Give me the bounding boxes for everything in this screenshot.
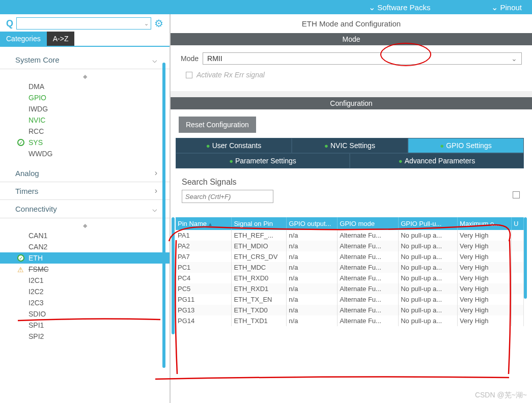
right-panel: ETH Mode and Configuration Mode Mode RMI… [171, 14, 532, 403]
table-row[interactable]: PC5ETH_RXD1n/aAlternate Fu...No pull-up … [176, 283, 524, 294]
cell-pull: No pull-up a... [399, 305, 458, 315]
cell-speed: Very High [458, 273, 512, 283]
scrollbar[interactable] [524, 217, 527, 299]
peripheral-label: IWDG [29, 105, 48, 113]
table-row[interactable]: PG13ETH_TXD0n/aAlternate Fu...No pull-up… [176, 305, 524, 315]
check-icon: ✓ [17, 254, 24, 262]
peripheral-item-i2c1[interactable]: I2C1 [0, 275, 170, 286]
cell-user [511, 262, 523, 273]
peripheral-item-can2[interactable]: CAN2 [0, 241, 170, 252]
peripheral-item-fsmc[interactable]: ⚠FSMC [0, 264, 170, 275]
peripheral-item-i2c2[interactable]: I2C2 [0, 286, 170, 297]
peripheral-search-input[interactable]: ⌄ [16, 17, 151, 30]
search-signals-input[interactable] [182, 190, 273, 203]
cell-pull: No pull-up a... [399, 273, 458, 283]
category-label: Analog [15, 169, 39, 178]
cell-sig: ETH_RXD0 [232, 273, 287, 283]
peripheral-label: NVIC [29, 116, 45, 124]
tab-az[interactable]: A->Z [47, 32, 75, 46]
category-analog[interactable]: Analog › [0, 164, 170, 182]
column-header[interactable]: Pin Name▲ [176, 217, 232, 230]
peripheral-item-spi1[interactable]: SPI1 [0, 320, 170, 331]
watermark: CSDN @芜~湖~ [475, 391, 527, 400]
cell-speed: Very High [458, 315, 512, 326]
panel-title: ETH Mode and Configuration [171, 14, 532, 33]
peripheral-label: CAN2 [29, 243, 47, 251]
software-packs-menu[interactable]: Software Packs [369, 3, 430, 12]
tab-categories[interactable]: Categories [0, 32, 47, 46]
column-header[interactable]: U [511, 217, 523, 230]
cell-user [511, 251, 523, 262]
category-label: Timers [15, 187, 38, 195]
cell-sig: ETH_MDC [232, 262, 287, 273]
peripheral-item-sys[interactable]: ✓SYS [0, 137, 170, 148]
cell-mode: Alternate Fu... [338, 283, 399, 294]
tab-parameter-settings[interactable]: ●Parameter Settings [176, 153, 350, 168]
cell-pull: No pull-up a... [399, 294, 458, 305]
cell-out: n/a [287, 305, 338, 315]
mode-select[interactable]: RMII ⌄ [203, 52, 522, 65]
peripheral-item-can1[interactable]: CAN1 [0, 230, 170, 241]
column-header[interactable]: GPIO output... [287, 217, 338, 230]
search-signals-label: Search Signals [182, 178, 524, 187]
mode-label: Mode [181, 54, 199, 63]
category-label: System Core [15, 55, 60, 64]
column-header[interactable]: GPIO Pull-u... [399, 217, 458, 230]
pinout-menu[interactable]: Pinout [491, 3, 522, 12]
peripheral-item-wwdg[interactable]: WWDG [0, 148, 170, 159]
cell-mode: Alternate Fu... [338, 262, 399, 273]
table-row[interactable]: PG11ETH_TX_ENn/aAlternate Fu...No pull-u… [176, 294, 524, 305]
reset-configuration-button[interactable]: Reset Configuration [179, 117, 256, 133]
cell-mode: Alternate Fu... [338, 294, 399, 305]
column-header[interactable]: Maximum o... [458, 217, 512, 230]
cell-out: n/a [287, 283, 338, 294]
mode-value: RMII [207, 54, 222, 63]
tab-gpio-settings[interactable]: ●GPIO Settings [408, 138, 524, 153]
check-icon: ✓ [17, 139, 24, 146]
peripheral-item-sdio[interactable]: SDIO [0, 308, 170, 320]
check-icon: ● [229, 157, 233, 165]
peripheral-item-nvic[interactable]: NVIC [0, 114, 170, 126]
cell-out: n/a [287, 251, 338, 262]
sort-icon: ◆ [0, 221, 170, 230]
table-row[interactable]: PA7ETH_CRS_DVn/aAlternate Fu...No pull-u… [176, 251, 524, 262]
sort-icon: ◆ [0, 72, 170, 81]
tab-nvic-settings[interactable]: ●NVIC Settings [292, 138, 408, 153]
cell-pull: No pull-up a... [399, 241, 458, 251]
table-row[interactable]: PA2ETH_MDIOn/aAlternate Fu...No pull-up … [176, 241, 524, 251]
tab-user-constants[interactable]: ●User Constants [176, 138, 292, 153]
show-modified-checkbox[interactable] [513, 191, 520, 198]
peripheral-item-i2c3[interactable]: I2C3 [0, 297, 170, 308]
gear-icon[interactable]: ⚙ [154, 17, 163, 30]
scrollbar[interactable] [162, 63, 165, 368]
peripheral-item-eth[interactable]: ✓ETH [0, 252, 170, 264]
column-header[interactable]: Signal on Pin [232, 217, 287, 230]
cell-pull: No pull-up a... [399, 315, 458, 326]
peripheral-item-dma[interactable]: DMA [0, 81, 170, 92]
peripheral-label: WWDG [29, 150, 52, 158]
table-row[interactable]: PA1ETH_REF_...n/aAlternate Fu...No pull-… [176, 230, 524, 241]
category-connectivity[interactable]: Connectivity ⌵ [0, 200, 170, 218]
cell-speed: Very High [458, 294, 512, 305]
cell-user [511, 315, 523, 326]
category-system-core[interactable]: System Core ⌵ [0, 51, 170, 69]
check-icon: ● [399, 157, 403, 165]
peripheral-item-gpio[interactable]: GPIO [0, 92, 170, 103]
table-row[interactable]: PC4ETH_RXD0n/aAlternate Fu...No pull-up … [176, 273, 524, 283]
cell-pull: No pull-up a... [399, 230, 458, 241]
cell-mode: Alternate Fu... [338, 315, 399, 326]
column-header[interactable]: GPIO mode [338, 217, 399, 230]
cell-user [511, 241, 523, 251]
category-timers[interactable]: Timers › [0, 182, 170, 200]
peripheral-item-rcc[interactable]: RCC [0, 126, 170, 137]
peripheral-item-spi2[interactable]: SPI2 [0, 331, 170, 342]
cell-pin: PC1 [176, 262, 232, 273]
cell-pin: PA1 [176, 230, 232, 241]
table-row[interactable]: PC1ETH_MDCn/aAlternate Fu...No pull-up a… [176, 262, 524, 273]
activate-rx-err-checkbox [186, 72, 192, 78]
cell-mode: Alternate Fu... [338, 230, 399, 241]
tab-advanced-parameters[interactable]: ●Advanced Parameters [350, 153, 524, 168]
peripheral-item-iwdg[interactable]: IWDG [0, 103, 170, 114]
scrollbar[interactable] [172, 217, 175, 334]
table-row[interactable]: PG14ETH_TXD1n/aAlternate Fu...No pull-up… [176, 315, 524, 326]
